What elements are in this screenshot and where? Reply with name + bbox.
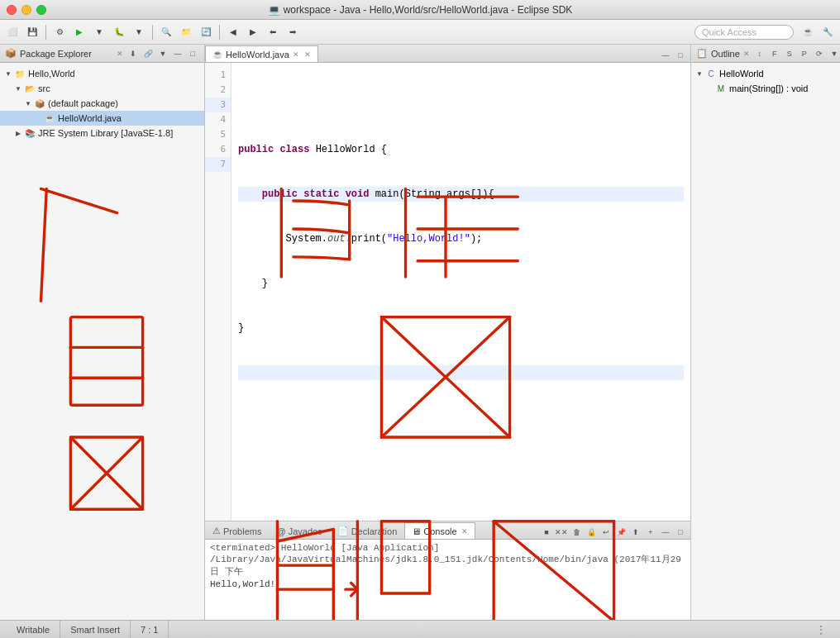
package-explorer-header: 📦 Package Explorer ✕ ⬇ 🔗 ▼ — □ [0, 45, 204, 63]
writable-label: Writable [17, 625, 50, 635]
browse-button[interactable]: 📁 [177, 23, 195, 41]
status-position: 7 : 1 [131, 621, 169, 638]
new-console-button[interactable]: + [644, 526, 657, 539]
quick-access-input[interactable]: Quick Access [694, 25, 794, 40]
save-button[interactable]: 💾 [23, 23, 41, 41]
bottom-section: ⚠ Problems @ Javadoc 📄 Declaration 🖥 Con… [205, 521, 690, 620]
editor-tab-dirty-indicator: ✕ [304, 50, 311, 59]
code-line-2: public class HelloWorld { [238, 142, 684, 157]
console-toolbar: ■ ✕✕ 🗑 🔒 ↩ 📌 ⬆ + — □ [537, 526, 690, 539]
package-explorer-toolbar: ⬇ 🔗 ▼ — □ [126, 47, 199, 60]
package-explorer-close-tab: ✕ [117, 50, 123, 58]
center-column: ☕ HelloWorld.java ✕ ✕ — □ 1 2 3 4 5 6 [205, 45, 691, 620]
package-explorer-panel: 📦 Package Explorer ✕ ⬇ 🔗 ▼ — □ ▼ 📁 Hello… [0, 45, 205, 620]
outline-toolbar: ↕ F S P ⟳ ▼ — □ [753, 47, 840, 60]
java-perspective-button[interactable]: ☕ [799, 23, 817, 41]
outline-hide-fields-button[interactable]: F [768, 47, 781, 60]
line-num-2: 2 [205, 83, 231, 98]
outline-arrow-spacer [704, 83, 714, 93]
tree-item-jre[interactable]: ▶ 📚 JRE System Library [JavaSE-1.8] [0, 126, 204, 140]
maximize-panel-button[interactable]: □ [186, 47, 199, 60]
view-menu-button[interactable]: ▼ [156, 47, 169, 60]
status-more-button[interactable]: ⋮ [815, 623, 833, 636]
scroll-lock-button[interactable]: 🔒 [585, 526, 598, 539]
outline-view-menu-button[interactable]: ▼ [828, 47, 840, 60]
tab-javadoc[interactable]: @ Javadoc [269, 522, 329, 539]
editor-tab-bar: ☕ HelloWorld.java ✕ ✕ — □ [205, 45, 690, 63]
search-button[interactable]: 🔍 [157, 23, 175, 41]
toolbar-separator-2 [152, 25, 153, 40]
open-console-button[interactable]: ⬆ [629, 526, 642, 539]
main-toolbar: ⬜ 💾 ⚙ ▶ ▼ 🐛 ▼ 🔍 📁 🔄 ◀ ▶ ⬅ ➡ Quick Access… [0, 20, 840, 45]
outline-item-main[interactable]: M main(String[]) : void [691, 81, 840, 96]
outline-panel: 📋 Outline ✕ ↕ F S P ⟳ ▼ — □ ▼ C HelloWor… [691, 45, 840, 620]
tree-arrow-src: ▼ [13, 83, 23, 93]
editor-tab-icons: — □ [656, 49, 690, 62]
tree-item-helloworld[interactable]: ▼ 📁 Hello,World [0, 66, 204, 81]
console-output: Hello,World! [210, 579, 685, 589]
bottom-tab-bar: ⚠ Problems @ Javadoc 📄 Declaration 🖥 Con… [205, 521, 690, 540]
maximize-button[interactable] [36, 5, 46, 15]
console-maximize-button[interactable]: □ [674, 526, 687, 539]
minimize-panel-button[interactable]: — [171, 47, 184, 60]
prev-button[interactable]: ⬅ [264, 23, 282, 41]
perspective-buttons: ☕ 🔧 [799, 23, 837, 41]
console-body: <terminated> HelloWorld [Java Applicatio… [205, 540, 690, 620]
editor-tab-helloworld[interactable]: ☕ HelloWorld.java ✕ ✕ [205, 45, 318, 62]
tree-item-helloworld-java[interactable]: ☕ HelloWorld.java [0, 111, 204, 126]
code-line-1 [238, 98, 684, 112]
remove-terminated-button[interactable]: ✕✕ [555, 526, 568, 539]
tree-item-default-package[interactable]: ▼ 📦 (default package) [0, 96, 204, 111]
editor-minimize-button[interactable]: — [659, 49, 672, 62]
outline-hide-static-button[interactable]: S [783, 47, 796, 60]
prev-edit-button[interactable]: ◀ [224, 23, 242, 41]
code-line-6: } [238, 321, 684, 336]
code-area[interactable]: public class HelloWorld { public static … [231, 63, 690, 521]
console-minimize-button[interactable]: — [659, 526, 672, 539]
outline-hide-nonpublic-button[interactable]: P [798, 47, 811, 60]
line-num-7: 7 [205, 157, 231, 172]
editor-tab-close-icon: ✕ [293, 50, 299, 59]
next-edit-button[interactable]: ▶ [244, 23, 262, 41]
tab-problems[interactable]: ⚠ Problems [205, 522, 269, 539]
link-editor-button[interactable]: 🔗 [141, 47, 155, 60]
debug-dropdown-button[interactable]: ▼ [130, 23, 148, 41]
line-numbers: 1 2 3 4 5 6 7 [205, 63, 231, 521]
run-external-button[interactable]: ⚙ [50, 23, 69, 41]
clear-console-button[interactable]: 🗑 [570, 526, 583, 539]
terminate-button[interactable]: ■ [540, 526, 553, 539]
package-icon: 📦 [33, 97, 46, 110]
run-dropdown-button[interactable]: ▼ [90, 23, 108, 41]
editor-maximize-button[interactable]: □ [674, 49, 687, 62]
word-wrap-button[interactable]: ↩ [599, 526, 613, 539]
next-button[interactable]: ➡ [284, 23, 302, 41]
pin-console-button[interactable]: 📌 [614, 526, 628, 539]
outline-tree: ▼ C HelloWorld M main(String[]) : void [691, 63, 840, 99]
minimize-button[interactable] [21, 5, 31, 15]
outline-sync-button[interactable]: ⟳ [813, 47, 826, 60]
outline-arrow-helloworld: ▼ [694, 69, 704, 79]
outline-class-icon: C [704, 67, 718, 80]
editor-body[interactable]: 1 2 3 4 5 6 7 public class HelloWorld { … [205, 63, 690, 521]
outline-item-helloworld[interactable]: ▼ C HelloWorld [691, 66, 840, 81]
run-button[interactable]: ▶ [70, 23, 88, 41]
collapse-all-button[interactable]: ⬇ [126, 47, 140, 60]
tree-arrow-default-package: ▼ [23, 98, 33, 108]
line-num-5: 5 [205, 127, 231, 142]
tab-declaration[interactable]: 📄 Declaration [330, 522, 405, 539]
outline-sort-button[interactable]: ↕ [753, 47, 766, 60]
refresh-button[interactable]: 🔄 [197, 23, 215, 41]
debug-button[interactable]: 🐛 [110, 23, 128, 41]
tab-console[interactable]: 🖥 Console ✕ [404, 522, 475, 539]
javadoc-label: Javadoc [289, 526, 322, 536]
declaration-label: Declaration [351, 526, 398, 536]
line-num-3: 3 [205, 98, 231, 112]
new-button[interactable]: ⬜ [3, 23, 21, 41]
package-explorer-icon: 📦 [5, 48, 17, 59]
tree-item-src[interactable]: ▼ 📂 src [0, 81, 204, 96]
editor-section: ☕ HelloWorld.java ✕ ✕ — □ 1 2 3 4 5 6 [205, 45, 690, 521]
debug-perspective-button[interactable]: 🔧 [819, 23, 837, 41]
window-icon: 💻 [268, 4, 280, 16]
window-controls[interactable] [7, 5, 46, 15]
close-button[interactable] [7, 5, 17, 15]
